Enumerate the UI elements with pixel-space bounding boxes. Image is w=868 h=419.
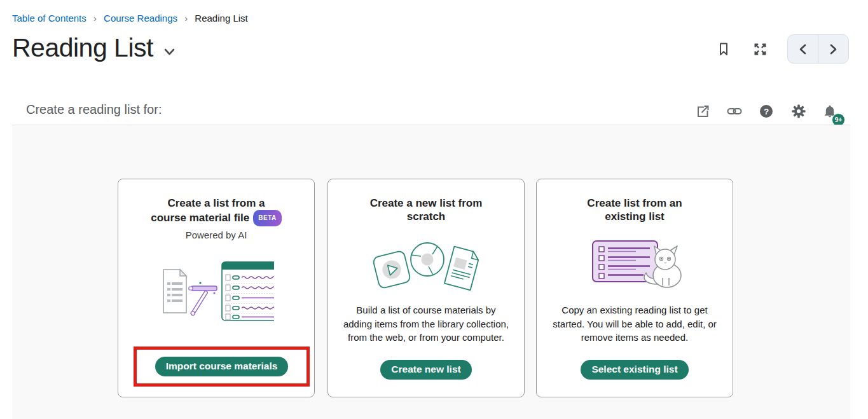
create-new-list-button[interactable]: Create new list (380, 360, 471, 380)
card-create-from-course-material: Create a list from a course material fil… (118, 179, 315, 397)
card-create-new-list: Create a new list from scratch (327, 179, 525, 397)
annotation-highlight-box: Import course materials (134, 347, 310, 387)
page-title: Reading List (12, 33, 153, 63)
select-existing-list-button[interactable]: Select existing list (581, 360, 688, 380)
breadcrumb-separator: › (184, 13, 188, 24)
open-in-new-window-icon[interactable] (696, 104, 710, 118)
card-title: Create a new list from scratch (328, 196, 524, 223)
existing-list-illustration (584, 238, 685, 288)
breadcrumb-current: Reading List (195, 13, 247, 24)
card-description: Copy an existing reading list to get sta… (551, 303, 718, 345)
card-title: Create a list from a course material fil… (118, 196, 314, 226)
settings-icon[interactable] (792, 104, 806, 118)
content-canvas: Create a list from a course material fil… (12, 125, 850, 419)
breadcrumb-separator: › (93, 13, 97, 24)
import-materials-illustration (158, 261, 274, 322)
fullscreen-icon[interactable] (753, 42, 768, 57)
svg-text:?: ? (764, 107, 769, 116)
card-create-from-existing: Create list from an existing list (536, 179, 733, 397)
help-icon[interactable]: ? (759, 104, 773, 118)
card-description: Build a list of course materials by addi… (343, 303, 509, 345)
card-title: Create list from an existing list (537, 196, 733, 223)
breadcrumb-link-course-readings[interactable]: Course Readings (104, 13, 177, 24)
import-course-materials-button[interactable]: Import course materials (155, 357, 289, 376)
powered-by-ai-label: Powered by AI (118, 230, 314, 240)
create-reading-list-label: Create a reading list for: (26, 102, 162, 117)
breadcrumb: Table of Contents › Course Readings › Re… (12, 13, 248, 24)
page-title-row: Reading List (12, 33, 175, 63)
beta-badge: BETA (253, 210, 281, 226)
link-icon[interactable] (727, 104, 742, 118)
chevron-down-icon[interactable] (164, 47, 175, 58)
pager-group (787, 34, 849, 64)
bookmark-icon[interactable] (717, 42, 730, 57)
breadcrumb-link-table-of-contents[interactable]: Table of Contents (12, 13, 86, 24)
new-list-illustration (371, 238, 481, 292)
chevron-right-icon[interactable] (818, 35, 848, 63)
chevron-left-icon[interactable] (788, 35, 818, 63)
